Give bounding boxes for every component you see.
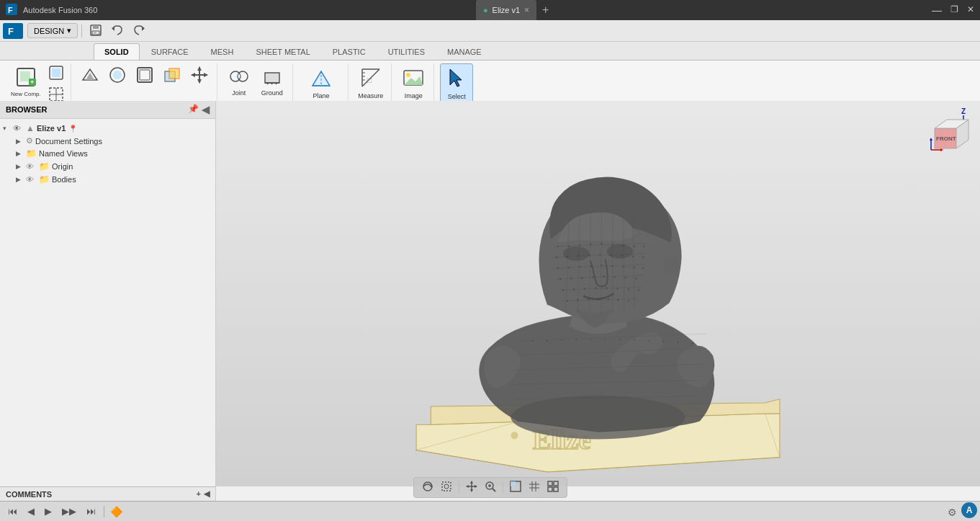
view-cube[interactable]: Z FRONT <box>924 107 974 157</box>
origin-visibility-icon[interactable]: 👁 <box>26 162 37 171</box>
tab-utilities[interactable]: UTILITIES <box>377 43 436 60</box>
save-button[interactable] <box>86 22 106 40</box>
svg-point-111 <box>614 276 616 277</box>
svg-rect-33 <box>265 73 279 83</box>
tab-solid[interactable]: SOLID <box>94 43 140 60</box>
comments-collapse-icon[interactable]: ◀ <box>204 489 210 499</box>
tab-manage[interactable]: MANAGE <box>436 43 493 60</box>
svg-rect-172 <box>554 487 558 491</box>
viewport[interactable]: Elize <box>216 101 980 486</box>
design-arrow-icon: ▾ <box>67 26 71 35</box>
svg-point-137 <box>648 340 649 342</box>
browser-collapse-icon[interactable]: ◀ <box>202 104 210 115</box>
tree-item-bodies[interactable]: ▶ 👁 📁 Bodies <box>0 173 215 186</box>
timeline-prev-button[interactable]: ◀ <box>25 505 37 517</box>
tab-mesh[interactable]: MESH <box>200 43 245 60</box>
new-component-icon: + <box>14 66 37 90</box>
snap-button[interactable] <box>545 479 561 496</box>
construct-plane-button[interactable]: Plane <box>305 63 337 102</box>
design-dropdown[interactable]: DESIGN ▾ <box>27 23 78 38</box>
svg-point-136 <box>634 339 635 341</box>
select-cursor-icon <box>444 66 469 92</box>
view-select-button[interactable] <box>508 479 523 496</box>
add-tab-button[interactable]: + <box>538 4 553 17</box>
browser-pin-icon[interactable]: 📌 <box>188 104 199 115</box>
tab-plastic[interactable]: PLASTIC <box>322 43 377 60</box>
timeline-marker-icon: 🔶 <box>110 506 122 517</box>
tree-item-elize[interactable]: ▾ 👁 ▲ Elize v1 📍 <box>0 122 215 135</box>
nav-sep1 <box>459 482 459 494</box>
svg-point-135 <box>619 339 621 340</box>
redo-button[interactable] <box>129 23 149 39</box>
svg-point-134 <box>605 339 606 340</box>
insert-label: Image <box>405 92 423 99</box>
svg-rect-14 <box>52 68 60 77</box>
svg-marker-30 <box>204 73 208 77</box>
inspect-measure-button[interactable]: ⬚ Measure <box>354 63 387 102</box>
timeline-last-button[interactable]: ⏭ <box>84 505 98 517</box>
svg-point-99 <box>579 266 580 267</box>
tree-item-named-views[interactable]: ▶ 📁 Named Views <box>0 147 215 160</box>
modify-combine-button[interactable] <box>159 63 185 88</box>
orbit-button[interactable] <box>420 479 436 496</box>
svg-text:+: + <box>30 79 34 86</box>
svg-text:⬚: ⬚ <box>367 77 372 84</box>
svg-point-96 <box>642 257 644 258</box>
svg-rect-169 <box>548 481 552 486</box>
window-controls: — ❐ ✕ <box>932 4 974 16</box>
maximize-button[interactable]: ❐ <box>950 4 958 16</box>
svg-point-121 <box>638 289 639 290</box>
svg-rect-164 <box>511 481 516 486</box>
user-avatar-icon[interactable]: A <box>961 502 977 518</box>
doc-settings-label: Document Settings <box>35 137 102 146</box>
timeline-play-button[interactable]: ▶ <box>42 505 54 517</box>
tab-sheet-metal[interactable]: SHEET METAL <box>245 43 320 60</box>
assemble-ground-button[interactable]: Ground <box>256 63 288 99</box>
modify-move-button[interactable] <box>186 63 212 88</box>
settings-gear-icon[interactable]: ⚙ <box>948 507 957 518</box>
modify-push-pull-button[interactable] <box>77 63 103 88</box>
undo-button[interactable] <box>107 23 127 39</box>
undo-icon <box>112 25 123 37</box>
visibility-icon[interactable]: 👁 <box>13 124 24 133</box>
assemble-joint-button[interactable]: Joint <box>223 63 255 99</box>
tree-item-doc-settings[interactable]: ▶ ⚙ Document Settings <box>0 135 215 147</box>
add-comment-icon[interactable]: + <box>197 489 201 499</box>
svg-point-124 <box>587 298 588 300</box>
ground-icon <box>261 66 283 89</box>
insert-image-button[interactable]: Image <box>397 63 429 102</box>
svg-point-125 <box>597 298 598 300</box>
pan-button[interactable] <box>464 479 480 496</box>
home-button[interactable] <box>439 479 454 496</box>
bodies-visibility-icon[interactable]: 👁 <box>26 175 37 184</box>
new-component-button[interactable]: + New Comp. <box>7 63 45 99</box>
push-pull-icon <box>81 66 99 86</box>
svg-point-80 <box>568 246 570 247</box>
tab-close-icon[interactable]: × <box>524 5 529 15</box>
svg-point-152 <box>444 484 449 489</box>
3d-model-svg: Elize <box>216 101 980 486</box>
svg-point-122 <box>567 300 568 301</box>
timeline-next-button[interactable]: ▶▶ <box>60 505 78 517</box>
fillet-icon <box>108 66 127 86</box>
zoom-button[interactable] <box>482 479 498 496</box>
modify-fillet-button[interactable] <box>104 63 130 88</box>
create-body-button[interactable] <box>46 63 66 84</box>
grid-button[interactable] <box>526 479 542 496</box>
fusion-icon: ● <box>483 6 488 14</box>
doc-settings-arrow-icon: ▶ <box>16 138 26 145</box>
minimize-button[interactable]: — <box>932 4 942 16</box>
svg-point-90 <box>577 255 579 257</box>
file-tab[interactable]: ● Elize v1 × <box>476 0 536 20</box>
modify-shell-button[interactable] <box>132 63 158 88</box>
select-button[interactable]: Select <box>440 63 473 103</box>
measure-icon: ⬚ <box>359 66 383 92</box>
tree-item-origin[interactable]: ▶ 👁 📁 Origin <box>0 160 215 173</box>
svg-point-88 <box>556 257 557 258</box>
z-axis-label: Z <box>961 107 966 115</box>
timeline-first-button[interactable]: ⏮ <box>6 505 19 517</box>
browser-header: BROWSER 📌 ◀ <box>0 101 215 119</box>
close-button[interactable]: ✕ <box>967 4 974 16</box>
elize-pin-icon[interactable]: 📍 <box>68 125 77 133</box>
tab-surface[interactable]: SURFACE <box>140 43 199 60</box>
